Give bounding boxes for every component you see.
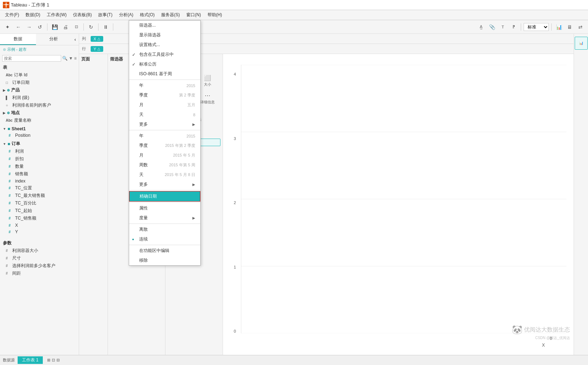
cm-filter-label: 筛选器...: [139, 22, 156, 28]
cm-quarter-value: 第 2 季度: [179, 93, 195, 98]
cm-day-value: 8: [193, 113, 195, 117]
cm-standard-calendar-label: 标准公历: [139, 61, 156, 67]
cm-discrete[interactable]: 离散: [129, 225, 200, 234]
sep-6: [129, 245, 200, 245]
cm-iso-label: ISO-8601 基于周: [139, 71, 172, 77]
cm-attribute-label: 属性: [139, 205, 148, 211]
sep-1: [129, 80, 200, 80]
cm-more-cont-label: 更多: [139, 181, 148, 188]
cm-more-cont-arrow: ▶: [192, 182, 195, 186]
cm-day-cont-value: 2015 年 5 月 8 日: [165, 172, 195, 177]
cm-more-cont[interactable]: 更多 ▶: [129, 180, 200, 189]
cm-exact-date[interactable]: 精确日期: [129, 191, 200, 202]
cm-remove-label: 移除: [139, 257, 148, 263]
cm-more-discrete[interactable]: 更多 ▶: [129, 120, 200, 129]
cm-month-cont-label: 月: [139, 152, 143, 158]
cm-quarter-discrete[interactable]: 季度 第 2 季度: [129, 90, 200, 100]
context-menu-overlay: 筛选器... 显示筛选器 设置格式... 包含在工具提示中 标准公历 ISO-8…: [0, 0, 588, 365]
cm-edit-in-shelf[interactable]: 在功能区中编辑: [129, 246, 200, 256]
cm-measure[interactable]: 度量 ▶: [129, 213, 200, 223]
cm-quarter-cont-label: 季度: [139, 143, 148, 149]
cm-year-cont[interactable]: 年 2015: [129, 131, 200, 141]
cm-day-cont[interactable]: 天 2015 年 5 月 8 日: [129, 170, 200, 180]
cm-month-value: 五月: [187, 102, 195, 108]
cm-day-discrete[interactable]: 天 8: [129, 110, 200, 120]
cm-iso[interactable]: ISO-8601 基于周: [129, 69, 200, 79]
cm-week-cont[interactable]: 周数 2015 年第 5 周: [129, 160, 200, 170]
cm-year-value: 2015: [187, 84, 195, 88]
cm-day-cont-label: 天: [139, 172, 143, 178]
cm-month-cont[interactable]: 月 2015 年 5 月: [129, 150, 200, 160]
cm-quarter-label: 季度: [139, 92, 148, 98]
cm-year-discrete[interactable]: 年 2015: [129, 81, 200, 90]
cm-discrete-label: 离散: [139, 226, 148, 233]
cm-show-filter[interactable]: 显示筛选器: [129, 30, 200, 40]
cm-filter[interactable]: 筛选器...: [129, 21, 200, 30]
sep-2: [129, 130, 200, 130]
cm-month-discrete[interactable]: 月 五月: [129, 100, 200, 110]
cm-month-label: 月: [139, 102, 143, 108]
cm-continuous[interactable]: 连续: [129, 234, 200, 244]
cm-more-label: 更多: [139, 121, 148, 127]
cm-exact-date-label: 精确日期: [140, 193, 157, 199]
cm-attribute[interactable]: 属性: [129, 203, 200, 213]
cm-week-cont-label: 周数: [139, 162, 148, 168]
cm-year-cont-label: 年: [139, 133, 143, 139]
cm-quarter-cont[interactable]: 季度 2015 年第 2 季度: [129, 141, 200, 150]
cm-measure-label: 度量: [139, 215, 148, 221]
cm-show-filter-label: 显示筛选器: [139, 32, 161, 38]
sep-3: [129, 190, 200, 190]
cm-format[interactable]: 设置格式...: [129, 40, 200, 50]
cm-year-label: 年: [139, 82, 143, 89]
cm-year-cont-value: 2015: [187, 134, 195, 138]
cm-remove[interactable]: 移除: [129, 256, 200, 265]
cm-more-arrow: ▶: [192, 122, 195, 126]
cm-edit-label: 在功能区中编辑: [139, 248, 169, 254]
cm-standard-calendar[interactable]: 标准公历: [129, 59, 200, 69]
sep-5: [129, 224, 200, 224]
cm-measure-arrow: ▶: [192, 216, 195, 220]
context-menu: 筛选器... 显示筛选器 设置格式... 包含在工具提示中 标准公历 ISO-8…: [129, 20, 201, 266]
cm-day-label: 天: [139, 112, 143, 118]
cm-week-cont-value: 2015 年第 5 周: [169, 162, 195, 168]
cm-format-label: 设置格式...: [139, 42, 160, 48]
cm-include-tooltip-label: 包含在工具提示中: [139, 51, 174, 58]
cm-include-tooltip[interactable]: 包含在工具提示中: [129, 50, 200, 59]
cm-month-cont-value: 2015 年 5 月: [173, 153, 195, 158]
sep-4: [129, 202, 200, 203]
cm-quarter-cont-value: 2015 年第 2 季度: [165, 143, 195, 148]
cm-continuous-label: 连续: [139, 236, 148, 242]
